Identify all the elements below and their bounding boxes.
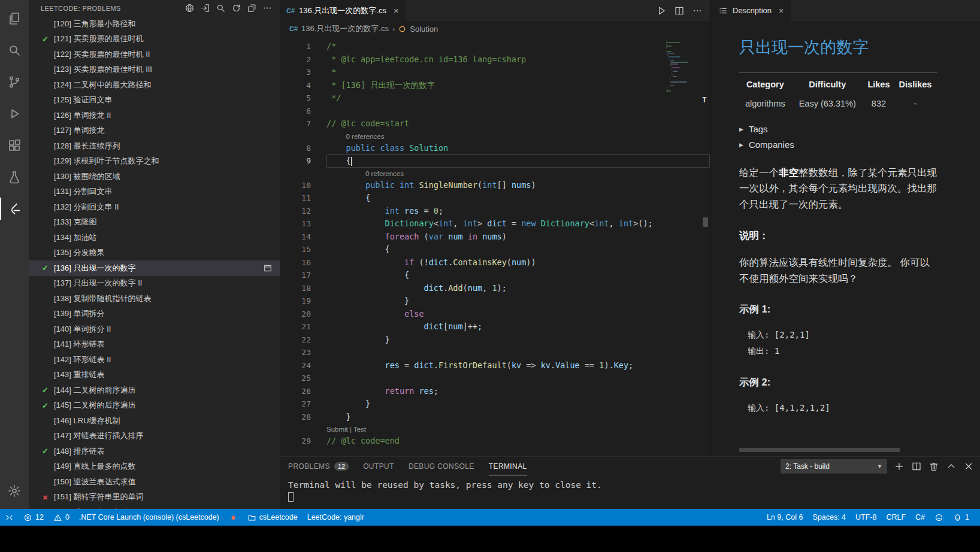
problem-item[interactable]: [128] 最长连续序列 [29,138,280,154]
tags-toggle[interactable]: ▶ Tags [739,122,937,137]
problem-item[interactable]: [149] 直线上最多的点数 [29,459,280,475]
codelens-link[interactable]: 0 references [365,170,404,177]
line-number[interactable]: 4 [280,79,311,92]
close-panel-tab-icon[interactable]: × [779,6,784,16]
line-number[interactable]: 19 [280,295,311,308]
panel-tab-problems[interactable]: PROBLEMS12 [288,457,349,475]
activity-search-button[interactable] [0,34,29,66]
status-project[interactable]: csLeetcode [243,509,303,526]
editor-scrollbar-thumb[interactable] [703,217,708,227]
close-icon[interactable] [963,461,974,472]
sign-in-icon[interactable] [199,2,211,14]
code-line[interactable]: 10 public int SingleNumber(int[] nums) [280,179,710,192]
problem-item[interactable]: [152] 乘积最大子序列 [29,505,280,509]
line-number[interactable]: 12 [280,205,311,218]
breadcrumb-symbol[interactable]: Solution [410,25,438,34]
code-line[interactable]: 5 */ [280,92,710,105]
problem-item[interactable]: [127] 单词接龙 [29,123,280,139]
problem-item[interactable]: ✓[144] 二叉树的前序遍历 [29,383,280,398]
activity-test-button[interactable] [0,161,29,193]
line-number[interactable]: 5 [280,92,311,105]
status-leetcode-user[interactable]: LeetCode: yanglr [303,509,369,526]
line-number[interactable]: 26 [280,385,311,398]
problem-item[interactable]: [124] 二叉树中的最大路径和 [29,77,280,93]
horizontal-scrollbar[interactable] [739,448,900,452]
status-feedback[interactable] [930,509,948,526]
more-icon[interactable] [692,5,703,16]
code-line[interactable]: 3 * [280,66,710,79]
code-line[interactable]: 12 int res = 0; [280,205,710,218]
panel-tab-output[interactable]: OUTPUT [363,457,394,475]
line-number[interactable]: 9 [280,154,311,168]
line-number[interactable]: 10 [280,179,311,192]
code-line[interactable]: 7// @lc code=start [280,117,710,131]
code-line[interactable]: 9 { [280,154,710,168]
problem-item[interactable]: [135] 分发糖果 [29,245,280,261]
breadcrumb-file[interactable]: 136.只出现一次的数字.cs [301,23,389,34]
status-encoding[interactable]: UTF-8 [851,509,881,526]
line-number[interactable]: 11 [280,192,311,205]
status-warnings[interactable]: 0 [49,509,74,526]
chevron-up-icon[interactable] [946,461,957,472]
line-number[interactable]: 16 [280,256,311,269]
code-line[interactable]: 16 if (!dict.ContainsKey(num)) [280,256,710,269]
code-line[interactable]: 17 { [280,269,710,282]
problem-item[interactable]: [147] 对链表进行插入排序 [29,429,280,444]
run-icon[interactable] [656,5,667,16]
preview-icon[interactable] [263,263,273,273]
code-line[interactable]: 14 foreach (var num in nums) [280,230,710,244]
task-dropdown[interactable]: 2: Task - build ▼ [781,459,887,474]
line-number[interactable]: 14 [280,230,311,244]
line-number[interactable]: 6 [280,105,311,118]
activity-extensions-button[interactable] [0,129,29,161]
code-line[interactable]: 21 dict[num]++; [280,320,710,333]
line-number[interactable]: 8 [280,142,311,155]
problem-item[interactable]: ✓[145] 二叉树的后序遍历 [29,398,280,414]
split-icon[interactable] [674,5,685,16]
line-number[interactable]: 17 [280,269,311,282]
search-icon[interactable] [214,2,227,14]
line-number[interactable]: 18 [280,282,311,295]
code-line[interactable]: 2 * @lc app=leetcode.cn id=136 lang=csha… [280,53,710,66]
code-line[interactable]: 24 res = dict.FirstOrDefault(kv => kv.Va… [280,359,710,372]
problem-item[interactable]: [142] 环形链表 II [29,352,280,368]
problem-item[interactable]: [143] 重排链表 [29,368,280,383]
minimap[interactable] [666,40,699,92]
line-number[interactable]: 13 [280,217,311,230]
code-line[interactable]: 1/* [280,40,710,53]
code-line[interactable]: 13 Dictionary<int, int> dict = new Dicti… [280,217,710,230]
activity-leetcode-button[interactable] [0,193,29,225]
problem-item[interactable]: ×[151] 翻转字符串里的单词 [29,490,280,505]
problem-item[interactable]: [141] 环形链表 [29,337,280,353]
line-number[interactable]: 22 [280,333,311,347]
codelens-link[interactable]: 0 references [346,133,385,140]
problem-item[interactable]: [138] 复制带随机指针的链表 [29,291,280,307]
line-number[interactable]: 3 [280,66,311,79]
problem-item[interactable]: [132] 分割回文串 II [29,199,280,215]
line-number[interactable]: 20 [280,308,311,321]
activity-explorer-button[interactable] [0,2,29,34]
line-number[interactable]: 29 [280,435,311,448]
terminal[interactable]: Terminal will be reused by tasks, press … [280,475,980,502]
code-line[interactable]: 28 } [280,411,710,424]
trash-icon[interactable] [928,461,939,472]
problem-item[interactable]: [133] 克隆图 [29,215,280,230]
code-line[interactable]: 8 public class Solution [280,142,710,155]
problem-item[interactable]: ✓[121] 买卖股票的最佳时机 [29,32,280,47]
code-line[interactable]: 22 } [280,333,710,347]
code-line[interactable]: 25 [280,372,710,385]
problem-item[interactable]: [130] 被围绕的区域 [29,169,280,184]
problem-item[interactable]: ✓[148] 排序链表 [29,444,280,459]
companies-toggle[interactable]: ▶ Companies [739,137,937,153]
line-number[interactable]: 7 [280,117,311,131]
problem-item[interactable]: [126] 单词接龙 II [29,108,280,123]
problem-item[interactable]: [139] 单词拆分 [29,307,280,322]
problem-item[interactable]: [131] 分割回文串 [29,184,280,200]
status-eol[interactable]: CRLF [881,509,911,526]
line-number[interactable]: 27 [280,398,311,411]
activity-gear-button[interactable] [0,475,29,506]
problem-item[interactable]: [120] 三角形最小路径和 [29,16,280,32]
problem-item[interactable]: [125] 验证回文串 [29,93,280,108]
activity-source-control-button[interactable] [0,66,29,98]
collapse-all-icon[interactable] [246,2,258,14]
